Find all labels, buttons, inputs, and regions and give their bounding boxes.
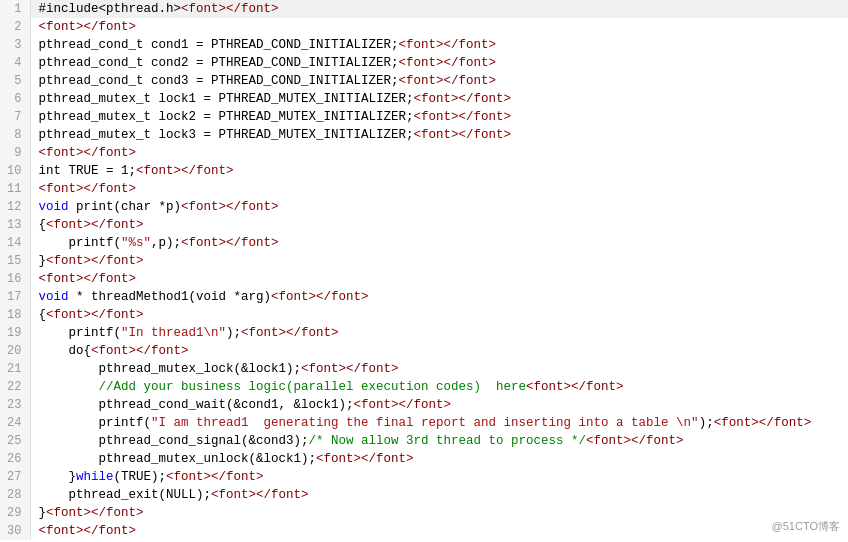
line-number: 9 bbox=[0, 144, 30, 162]
code-content: }while(TRUE);<font></font> bbox=[30, 468, 848, 486]
code-content: <font></font> bbox=[30, 180, 848, 198]
table-row: 2<font></font> bbox=[0, 18, 848, 36]
code-content: }<font></font> bbox=[30, 252, 848, 270]
table-row: 8pthread_mutex_t lock3 = PTHREAD_MUTEX_I… bbox=[0, 126, 848, 144]
table-row: 24 printf("I am thread1 generating the f… bbox=[0, 414, 848, 432]
code-content: void * threadMethod1(void *arg)<font></f… bbox=[30, 288, 848, 306]
line-number: 3 bbox=[0, 36, 30, 54]
code-content: pthread_mutex_unlock(&lock1);<font></fon… bbox=[30, 450, 848, 468]
code-content: pthread_mutex_t lock3 = PTHREAD_MUTEX_IN… bbox=[30, 126, 848, 144]
line-number: 2 bbox=[0, 18, 30, 36]
line-number: 17 bbox=[0, 288, 30, 306]
table-row: 29}<font></font> bbox=[0, 504, 848, 522]
code-content: printf("In thread1\n");<font></font> bbox=[30, 324, 848, 342]
line-number: 11 bbox=[0, 180, 30, 198]
line-number: 4 bbox=[0, 54, 30, 72]
table-row: 28 pthread_exit(NULL);<font></font> bbox=[0, 486, 848, 504]
code-content: pthread_cond_t cond3 = PTHREAD_COND_INIT… bbox=[30, 72, 848, 90]
table-row: 23 pthread_cond_wait(&cond1, &lock1);<fo… bbox=[0, 396, 848, 414]
line-number: 12 bbox=[0, 198, 30, 216]
table-row: 6pthread_mutex_t lock1 = PTHREAD_MUTEX_I… bbox=[0, 90, 848, 108]
line-number: 19 bbox=[0, 324, 30, 342]
code-content: pthread_cond_t cond2 = PTHREAD_COND_INIT… bbox=[30, 54, 848, 72]
table-row: 15}<font></font> bbox=[0, 252, 848, 270]
table-row: 17void * threadMethod1(void *arg)<font><… bbox=[0, 288, 848, 306]
code-content: <font></font> bbox=[30, 144, 848, 162]
line-number: 25 bbox=[0, 432, 30, 450]
code-table: 1#include<pthread.h><font></font>2<font>… bbox=[0, 0, 848, 540]
table-row: 1#include<pthread.h><font></font> bbox=[0, 0, 848, 18]
line-number: 22 bbox=[0, 378, 30, 396]
table-row: 3pthread_cond_t cond1 = PTHREAD_COND_INI… bbox=[0, 36, 848, 54]
code-content: <font></font> bbox=[30, 522, 848, 540]
line-number: 30 bbox=[0, 522, 30, 540]
line-number: 27 bbox=[0, 468, 30, 486]
table-row: 12void print(char *p)<font></font> bbox=[0, 198, 848, 216]
line-number: 18 bbox=[0, 306, 30, 324]
code-content: printf("I am thread1 generating the fina… bbox=[30, 414, 848, 432]
table-row: 11<font></font> bbox=[0, 180, 848, 198]
table-row: 18{<font></font> bbox=[0, 306, 848, 324]
line-number: 10 bbox=[0, 162, 30, 180]
code-content: pthread_mutex_t lock1 = PTHREAD_MUTEX_IN… bbox=[30, 90, 848, 108]
line-number: 6 bbox=[0, 90, 30, 108]
line-number: 1 bbox=[0, 0, 30, 18]
code-content: int TRUE = 1;<font></font> bbox=[30, 162, 848, 180]
line-number: 14 bbox=[0, 234, 30, 252]
table-row: 21 pthread_mutex_lock(&lock1);<font></fo… bbox=[0, 360, 848, 378]
code-content: pthread_mutex_t lock2 = PTHREAD_MUTEX_IN… bbox=[30, 108, 848, 126]
table-row: 13{<font></font> bbox=[0, 216, 848, 234]
code-content: pthread_exit(NULL);<font></font> bbox=[30, 486, 848, 504]
table-row: 25 pthread_cond_signal(&cond3);/* Now al… bbox=[0, 432, 848, 450]
code-content: pthread_cond_wait(&cond1, &lock1);<font>… bbox=[30, 396, 848, 414]
line-number: 13 bbox=[0, 216, 30, 234]
line-number: 7 bbox=[0, 108, 30, 126]
line-number: 5 bbox=[0, 72, 30, 90]
line-number: 16 bbox=[0, 270, 30, 288]
code-content: do{<font></font> bbox=[30, 342, 848, 360]
code-content: pthread_cond_t cond1 = PTHREAD_COND_INIT… bbox=[30, 36, 848, 54]
table-row: 27 }while(TRUE);<font></font> bbox=[0, 468, 848, 486]
table-row: 9<font></font> bbox=[0, 144, 848, 162]
code-content: }<font></font> bbox=[30, 504, 848, 522]
table-row: 4pthread_cond_t cond2 = PTHREAD_COND_INI… bbox=[0, 54, 848, 72]
watermark: @51CTO博客 bbox=[772, 519, 840, 534]
code-content: printf("%s",p);<font></font> bbox=[30, 234, 848, 252]
line-number: 24 bbox=[0, 414, 30, 432]
code-content: pthread_mutex_lock(&lock1);<font></font> bbox=[30, 360, 848, 378]
line-number: 20 bbox=[0, 342, 30, 360]
table-row: 30<font></font> bbox=[0, 522, 848, 540]
table-row: 20 do{<font></font> bbox=[0, 342, 848, 360]
code-editor: 1#include<pthread.h><font></font>2<font>… bbox=[0, 0, 848, 542]
line-number: 21 bbox=[0, 360, 30, 378]
table-row: 26 pthread_mutex_unlock(&lock1);<font></… bbox=[0, 450, 848, 468]
code-content: <font></font> bbox=[30, 18, 848, 36]
code-content: pthread_cond_signal(&cond3);/* Now allow… bbox=[30, 432, 848, 450]
line-number: 8 bbox=[0, 126, 30, 144]
code-content: #include<pthread.h><font></font> bbox=[30, 0, 848, 18]
table-row: 5pthread_cond_t cond3 = PTHREAD_COND_INI… bbox=[0, 72, 848, 90]
code-content: {<font></font> bbox=[30, 306, 848, 324]
line-number: 29 bbox=[0, 504, 30, 522]
table-row: 7pthread_mutex_t lock2 = PTHREAD_MUTEX_I… bbox=[0, 108, 848, 126]
line-number: 26 bbox=[0, 450, 30, 468]
line-number: 15 bbox=[0, 252, 30, 270]
code-content: <font></font> bbox=[30, 270, 848, 288]
line-number: 23 bbox=[0, 396, 30, 414]
table-row: 19 printf("In thread1\n");<font></font> bbox=[0, 324, 848, 342]
table-row: 10int TRUE = 1;<font></font> bbox=[0, 162, 848, 180]
table-row: 22 //Add your business logic(parallel ex… bbox=[0, 378, 848, 396]
code-content: {<font></font> bbox=[30, 216, 848, 234]
code-content: void print(char *p)<font></font> bbox=[30, 198, 848, 216]
table-row: 16<font></font> bbox=[0, 270, 848, 288]
line-number: 28 bbox=[0, 486, 30, 504]
table-row: 14 printf("%s",p);<font></font> bbox=[0, 234, 848, 252]
code-content: //Add your business logic(parallel execu… bbox=[30, 378, 848, 396]
